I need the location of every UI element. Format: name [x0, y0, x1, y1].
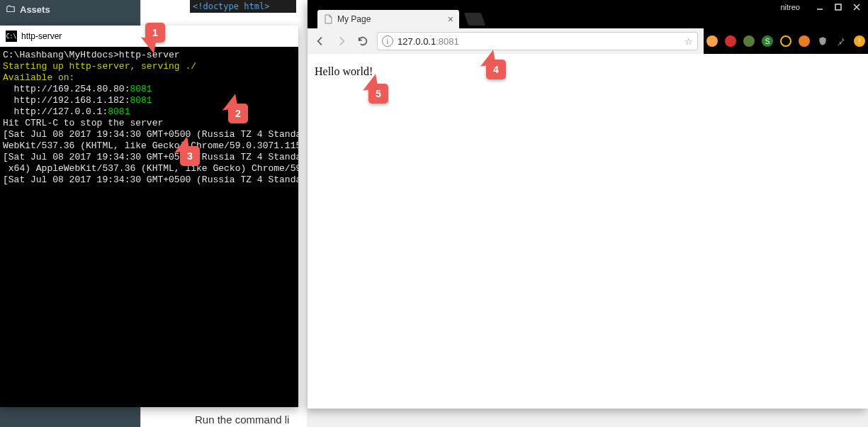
ext-icon-5[interactable]	[780, 35, 791, 47]
reload-button[interactable]	[356, 34, 370, 48]
tab-close-icon[interactable]: ×	[448, 13, 453, 25]
callout-3: 3	[180, 146, 200, 166]
close-button[interactable]	[852, 3, 861, 11]
caption-text: Run the command li	[195, 414, 289, 426]
assets-title: Assets	[20, 4, 50, 15]
ext-icon-4[interactable]: S	[762, 35, 773, 47]
bookmark-star-icon[interactable]: ☆	[684, 36, 693, 47]
site-info-icon[interactable]: i	[382, 35, 393, 47]
shield-icon[interactable]	[817, 35, 828, 47]
ext-icon-1[interactable]	[706, 35, 718, 47]
assets-folder-icon	[6, 4, 16, 14]
extension-icons: S !	[704, 28, 868, 54]
maximize-button[interactable]	[834, 3, 842, 11]
terminal-output[interactable]: C:\Hashbang\MyHtdocs>http-server Startin…	[0, 47, 298, 189]
browser-window: nitreo My Page ×	[308, 0, 868, 409]
callout-4: 4	[486, 60, 506, 79]
tab-title: My Page	[337, 14, 444, 24]
terminal-title: http-server	[21, 31, 62, 41]
assets-header[interactable]: Assets	[0, 0, 140, 18]
cmd-icon: C:\	[6, 30, 17, 42]
notification-badge-icon[interactable]: !	[854, 35, 865, 47]
window-user: nitreo	[780, 3, 800, 11]
callout-2: 2	[228, 104, 248, 123]
window-controls: nitreo	[780, 0, 868, 14]
page-content: Hello world!	[308, 54, 868, 409]
ext-icon-3[interactable]	[743, 35, 755, 47]
ext-icon-2[interactable]	[725, 35, 736, 47]
doctype-code-snippet: <!doctype html>	[190, 0, 296, 13]
new-tab-button[interactable]	[464, 13, 486, 26]
forward-button[interactable]	[334, 34, 349, 48]
svg-rect-1	[835, 4, 841, 10]
callout-1: 1	[145, 23, 165, 43]
address-bar[interactable]: i 127.0.0.1:8081 ☆	[377, 32, 698, 50]
callout-5: 5	[368, 84, 388, 104]
minimize-button[interactable]	[816, 3, 824, 11]
ext-icon-6[interactable]	[799, 35, 810, 47]
back-button[interactable]	[313, 34, 327, 48]
terminal-window: C:\ http-server C:\Hashbang\MyHtdocs>htt…	[0, 26, 298, 407]
page-favicon-icon	[323, 14, 333, 24]
browser-toolbar: i 127.0.0.1:8081 ☆	[308, 28, 704, 54]
browser-tab[interactable]: My Page ×	[317, 10, 459, 28]
pin-icon[interactable]	[835, 35, 847, 47]
url-text: 127.0.0.1:8081	[398, 36, 680, 47]
